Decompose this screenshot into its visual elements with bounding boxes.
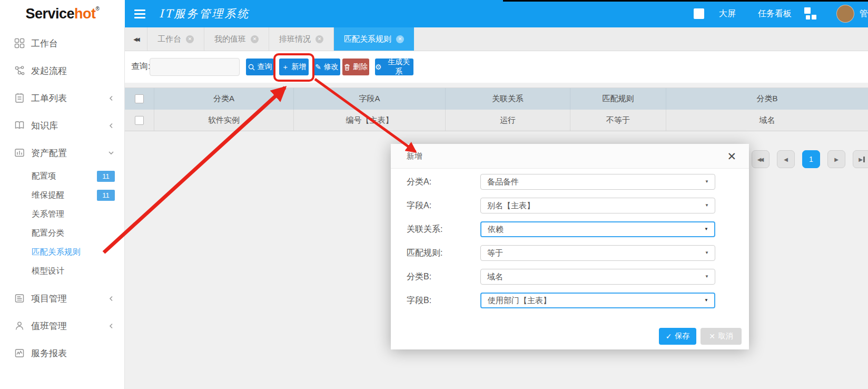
plus-icon: ＋ <box>282 63 289 71</box>
top-header: IT服务管理系统 大屏 任务看板 管 <box>125 0 868 27</box>
prev-page-button[interactable]: ◀ <box>777 150 795 168</box>
category-a-select[interactable]: 备品备件▼ <box>480 174 715 190</box>
chevron-left-icon <box>108 94 115 102</box>
big-screen-link[interactable]: 大屏 <box>719 8 736 20</box>
sidebar-subitem-relation-mgmt[interactable]: 关系管理 <box>0 205 124 223</box>
sidebar-item-start-flow[interactable]: 发起流程 <box>0 57 124 84</box>
pagination: ◀◀ ◀ 1 ▶ ▶ <box>752 150 868 168</box>
column-header: 匹配规则 <box>570 88 666 110</box>
first-page-button[interactable]: ◀◀ <box>752 150 770 168</box>
field-relation: 关联关系: 依赖▼ <box>391 221 749 237</box>
sidebar-item-label: 发起流程 <box>31 65 67 77</box>
cell-category-b: 域名 <box>666 110 868 131</box>
close-icon[interactable]: ✕ <box>725 149 738 164</box>
apps-grid-icon[interactable] <box>804 7 817 20</box>
trash-icon <box>344 64 350 71</box>
delete-button[interactable]: 删除 <box>342 59 369 75</box>
tab-close-icon[interactable]: ✕ <box>251 35 259 43</box>
hamburger-menu-icon[interactable] <box>134 9 145 18</box>
column-header: 字段A <box>294 88 446 110</box>
field-label: 字段A: <box>407 198 470 213</box>
relation-select[interactable]: 依赖▼ <box>480 221 715 237</box>
flow-icon <box>14 65 25 76</box>
row-checkbox[interactable] <box>135 116 144 125</box>
chevron-left-icon <box>108 122 115 130</box>
sidebar-item-asset-config[interactable]: 资产配置 <box>0 139 124 167</box>
add-button[interactable]: ＋ 新增 <box>279 59 309 75</box>
app-title: IT服务管理系统 <box>159 6 250 21</box>
sidebar-item-project-mgmt[interactable]: 项目管理 <box>0 285 124 312</box>
search-input[interactable] <box>150 58 240 76</box>
chevron-down-icon <box>107 149 115 157</box>
sidebar-subitem-maintenance-reminder[interactable]: 维保提醒 11 <box>0 186 124 205</box>
search-icon <box>248 64 255 71</box>
dropdown-arrow-icon: ▼ <box>705 198 709 213</box>
sidebar-subitem-config-category[interactable]: 配置分类 <box>0 223 124 242</box>
dropdown-arrow-icon: ▼ <box>705 174 709 189</box>
field-category-a: 分类A: 备品备件▼ <box>391 174 749 190</box>
rules-table: 分类A 字段A 关联关系 匹配规则 分类B 软件实例 编号【主表】 运行 不等于… <box>125 87 868 131</box>
column-header: 分类B <box>666 88 868 110</box>
report-pulse-icon <box>14 348 25 358</box>
chevron-left-icon <box>108 295 115 303</box>
sidebar-subitem-config-items[interactable]: 配置项 11 <box>0 167 124 186</box>
sidebar-subitem-model-design[interactable]: 模型设计 <box>0 261 124 280</box>
cancel-button[interactable]: ✕ 取消 <box>701 328 742 345</box>
sidebar-item-duty-mgmt[interactable]: 值班管理 <box>0 312 124 339</box>
tab-match-relation-rules[interactable]: 匹配关系规则 ✕ <box>334 27 414 51</box>
collapse-tabs-icon[interactable]: ◀◀ <box>125 27 147 51</box>
tab-shift-schedule[interactable]: 排班情况 ✕ <box>269 27 334 51</box>
logo-text-service: Service <box>26 6 75 22</box>
gear-icon: ⚙ <box>375 63 382 71</box>
avatar[interactable] <box>836 5 854 23</box>
sidebar-subitem-label: 维保提醒 <box>32 190 64 201</box>
person-icon <box>14 320 25 331</box>
tab-close-icon[interactable]: ✕ <box>396 35 404 43</box>
tab-my-duty[interactable]: 我的值班 ✕ <box>204 27 269 51</box>
generate-relation-button[interactable]: ⚙ 生成关系 <box>375 59 413 75</box>
edit-button[interactable]: ✎ 修改 <box>313 59 340 75</box>
sidebar-item-workbench[interactable]: 工作台 <box>0 30 124 57</box>
select-all-checkbox[interactable] <box>135 94 144 103</box>
fullscreen-icon[interactable] <box>694 8 704 19</box>
tab-close-icon[interactable]: ✕ <box>186 35 194 43</box>
field-match-rule: 匹配规则: 等于▼ <box>391 245 749 261</box>
sidebar-item-knowledge-base[interactable]: 知识库 <box>0 112 124 139</box>
table-row[interactable]: 软件实例 编号【主表】 运行 不等于 域名 <box>125 110 868 131</box>
field-a-select[interactable]: 别名【主表】▼ <box>480 198 715 213</box>
check-icon: ✓ <box>666 332 672 341</box>
task-board-link[interactable]: 任务看板 <box>758 8 792 20</box>
sidebar-item-work-orders[interactable]: 工单列表 <box>0 84 124 112</box>
dropdown-arrow-icon: ▼ <box>704 222 708 236</box>
dropdown-arrow-icon: ▼ <box>704 294 708 307</box>
query-button[interactable]: 查询 <box>246 59 274 75</box>
category-b-select[interactable]: 域名▼ <box>480 269 715 285</box>
save-button[interactable]: ✓ 保存 <box>659 328 696 345</box>
match-rule-select[interactable]: 等于▼ <box>480 245 715 261</box>
servicehot-logo: Servicehot® <box>26 6 100 22</box>
book-icon <box>14 120 25 131</box>
table-header-row: 分类A 字段A 关联关系 匹配规则 分类B <box>125 87 868 110</box>
last-page-button[interactable]: ▶ <box>853 150 868 168</box>
tab-label: 匹配关系规则 <box>344 34 391 44</box>
cell-field-a: 编号【主表】 <box>294 110 446 131</box>
field-label: 分类B: <box>407 269 470 285</box>
sidebar-item-label: 工作台 <box>31 37 58 50</box>
logo-text-hot: hot <box>74 6 95 22</box>
tab-label: 工作台 <box>157 34 181 44</box>
count-badge: 11 <box>97 171 115 182</box>
next-page-button[interactable]: ▶ <box>827 150 845 168</box>
field-field-a: 字段A: 别名【主表】▼ <box>391 198 749 213</box>
sidebar-item-label: 资产配置 <box>31 147 67 159</box>
sidebar-item-service-reports[interactable]: 服务报表 <box>0 339 124 367</box>
header-right: 大屏 任务看板 管 <box>694 5 868 23</box>
current-page-button[interactable]: 1 <box>802 150 820 168</box>
field-b-select[interactable]: 使用部门【主表】▼ <box>480 293 715 308</box>
project-icon <box>14 293 25 304</box>
sidebar-subitem-match-relation-rules[interactable]: 匹配关系规则 <box>0 242 124 261</box>
asset-chart-icon <box>14 148 25 158</box>
sidebar-item-label: 工单列表 <box>31 92 67 104</box>
tab-close-icon[interactable]: ✕ <box>315 35 323 43</box>
field-label: 分类A: <box>407 174 470 190</box>
tab-workbench[interactable]: 工作台 ✕ <box>147 27 204 51</box>
